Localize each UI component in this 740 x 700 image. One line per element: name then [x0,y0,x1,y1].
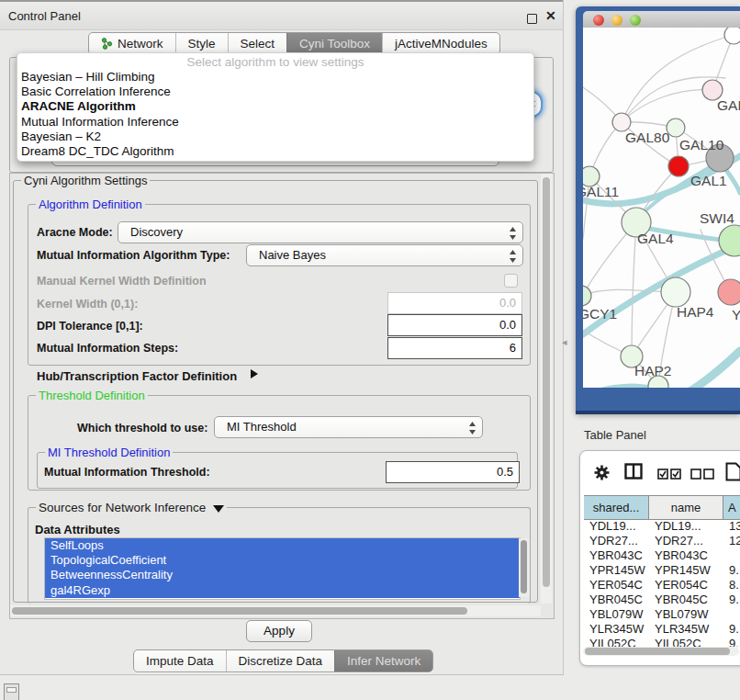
network-edge[interactable] [632,222,636,356]
algorithm-option[interactable]: Bayesian – K2 [17,130,533,144]
column-header-a[interactable]: A [723,496,740,519]
tab-discretize-data[interactable]: Discretize Data [226,650,335,672]
table-cell[interactable] [723,607,740,622]
table-cell[interactable]: YER054C [584,578,649,593]
column-header-name[interactable]: name [649,496,723,519]
kernel-width-field[interactable]: 0.0 [387,292,522,314]
column-header-shared-name[interactable]: shared... [584,496,649,519]
traffic-zoom-icon[interactable] [630,15,641,26]
close-icon[interactable]: ✕ [545,8,556,23]
settings-vertical-scrollbar[interactable] [541,174,552,604]
tab-network[interactable]: Network [89,33,175,54]
table-cell[interactable]: YBR043C [649,548,723,563]
table-cell[interactable]: YBL079W [584,607,649,622]
splitter-handle[interactable]: ◂ [562,336,567,348]
table-horizontal-scrollbar-thumb[interactable] [585,648,730,655]
table-row[interactable]: YLR345WYLR345W9. [584,622,740,637]
table-cell[interactable]: YDL19... [584,519,649,534]
attributes-scrollbar[interactable] [519,538,530,597]
aracne-mode-combobox[interactable]: Discovery [118,221,523,243]
columns-icon[interactable] [624,463,643,483]
table-cell[interactable]: YPR145W [649,563,723,578]
table-cell[interactable]: 12 [723,534,740,548]
table-row[interactable]: YDL19...YDL19...13 [584,519,740,534]
select-all-checkboxes-icon[interactable] [657,467,681,483]
table-cell[interactable]: YIL052C [584,637,649,647]
table-row[interactable]: YDR27...YDR27...12 [584,534,740,548]
data-attribute-item[interactable]: gal4RGexp [45,583,520,598]
page-icon[interactable] [725,462,740,485]
data-attribute-item[interactable]: TopologicalCoefficient [45,553,520,568]
algorithm-option[interactable]: Bayesian – Hill Climbing [17,70,533,85]
table-cell[interactable]: YBR045C [584,593,649,607]
which-threshold-combobox[interactable]: MI Threshold [214,416,483,438]
mi-algorithm-type-combobox[interactable]: Naive Bayes [246,244,523,266]
table-row[interactable]: YBL079WYBL079W [584,607,740,622]
table-row[interactable]: YER054CYER054C8. [584,578,740,593]
sources-expanded-arrow-icon[interactable] [213,505,224,513]
table-cell[interactable]: 9. [723,593,740,607]
table-cell[interactable]: YDR27... [649,534,723,548]
table-cell[interactable]: YBR043C [584,548,649,563]
table-row[interactable]: YBR045CYBR045C9. [584,593,740,607]
algorithm-option[interactable]: ARACNE Algorithm [17,99,533,114]
table-cell[interactable]: YBR045C [649,593,723,607]
table-cell[interactable]: 9. [723,622,740,637]
tab-cyni-toolbox[interactable]: Cyni Toolbox [286,33,382,54]
table-row[interactable]: YIL052CYIL052C9. [584,637,740,647]
hub-section-label[interactable]: Hub/Transcription Factor Definition [37,369,237,383]
network-node[interactable] [724,28,740,44]
tab-infer-network[interactable]: Infer Network [334,650,432,672]
traffic-close-icon[interactable] [593,15,604,26]
hub-collapsed-arrow-icon[interactable] [251,369,258,378]
table-cell[interactable]: YDL19... [649,519,723,534]
table-cell[interactable]: YIL052C [649,637,723,647]
manual-kernel-checkbox[interactable] [504,274,518,288]
data-attribute-item[interactable]: BetweennessCentrality [45,568,520,582]
sources-title[interactable]: Sources for Network Inference [36,501,227,514]
table-cell[interactable]: YDR27... [584,534,649,548]
network-canvas[interactable]: GALGAL80GAL10GAL1GAL11SWI4GAL4GCY1HAP4YH… [583,28,740,388]
network-node[interactable] [718,279,740,305]
settings-horizontal-scrollbar-thumb[interactable] [12,607,467,615]
apply-button[interactable]: Apply [246,620,312,642]
table-cell[interactable] [723,548,740,563]
tab-style[interactable]: Style [175,33,228,54]
network-edge[interactable] [687,351,740,388]
algorithm-option[interactable]: Mutual Information Inference [17,115,533,130]
tab-select[interactable]: Select [228,33,287,54]
gear-icon[interactable] [593,464,611,485]
mi-steps-field[interactable]: 6 [387,337,522,359]
table-cell[interactable]: YLR345W [584,622,649,637]
table-cell[interactable]: YPR145W [584,563,649,578]
dpi-tolerance-field[interactable]: 0.0 [387,314,522,336]
float-icon[interactable] [527,14,537,24]
network-node[interactable] [612,113,631,131]
network-node[interactable] [668,156,689,176]
network-node[interactable] [583,286,591,306]
data-attributes-list[interactable]: SelfLoopsTopologicalCoefficientBetweenne… [44,537,521,600]
data-attribute-item[interactable]: SelfLoops [45,538,520,553]
minimized-panel-icon[interactable] [4,683,19,700]
algorithm-option[interactable]: Dream8 DC_TDC Algorithm [17,144,533,159]
table-row[interactable]: YPR145WYPR145W9. [584,563,740,578]
network-node[interactable] [661,277,690,307]
algorithm-option[interactable]: Basic Correlation Inference [17,85,533,99]
tab-jactivemnodules[interactable]: jActiveMNodules [382,33,499,54]
table-row[interactable]: YBR043CYBR043C [584,548,740,563]
attributes-scrollbar-thumb[interactable] [521,540,527,593]
table-cell[interactable]: YLR345W [649,622,723,637]
table-cell[interactable]: 9. [723,637,740,647]
mi-threshold-field[interactable]: 0.5 [386,461,520,483]
settings-vertical-scrollbar-thumb[interactable] [543,177,550,587]
table-horizontal-scrollbar[interactable] [583,647,739,656]
table-cell[interactable]: YBL079W [649,607,723,622]
table-cell[interactable]: 9. [723,563,740,578]
tab-impute-data[interactable]: Impute Data [134,650,226,672]
deselect-all-checkboxes-icon[interactable] [690,467,714,483]
table-cell[interactable]: 8. [723,578,740,593]
traffic-minimize-icon[interactable] [611,15,622,26]
table-cell[interactable]: 13 [723,519,740,534]
table-cell[interactable]: YER054C [649,578,723,593]
settings-horizontal-scrollbar[interactable] [10,605,541,616]
